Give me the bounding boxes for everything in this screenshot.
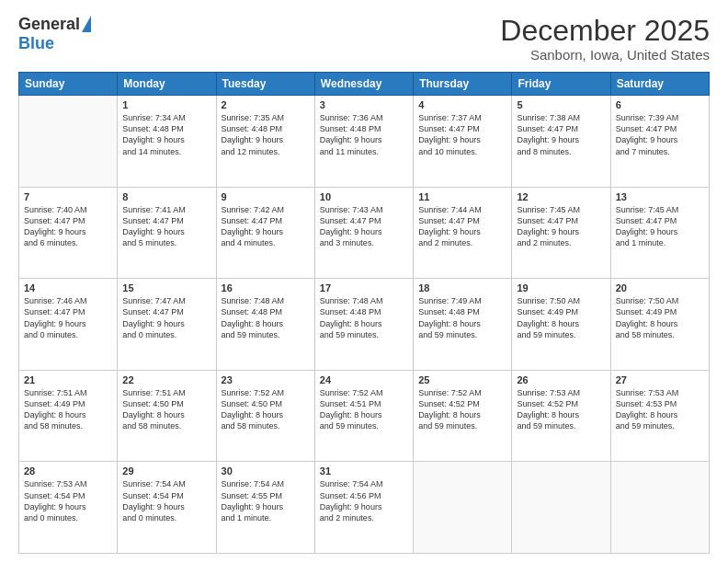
day-info: Sunrise: 7:54 AM Sunset: 4:55 PM Dayligh…: [222, 478, 310, 523]
day-info: Sunrise: 7:38 AM Sunset: 4:47 PM Dayligh…: [517, 112, 605, 157]
calendar-cell: [610, 462, 709, 554]
day-info: Sunrise: 7:45 AM Sunset: 4:47 PM Dayligh…: [517, 204, 605, 249]
day-info: Sunrise: 7:48 AM Sunset: 4:48 PM Dayligh…: [222, 295, 310, 340]
calendar-cell: 16Sunrise: 7:48 AM Sunset: 4:48 PM Dayli…: [216, 279, 314, 371]
day-number: 19: [517, 282, 605, 293]
calendar-cell: 26Sunrise: 7:53 AM Sunset: 4:52 PM Dayli…: [512, 370, 610, 462]
day-info: Sunrise: 7:51 AM Sunset: 4:49 PM Dayligh…: [24, 387, 112, 432]
logo-triangle-icon: [82, 16, 91, 32]
calendar-cell: 20Sunrise: 7:50 AM Sunset: 4:49 PM Dayli…: [610, 279, 709, 371]
day-number: 10: [320, 191, 408, 202]
day-number: 20: [616, 282, 704, 293]
calendar-cell: 28Sunrise: 7:53 AM Sunset: 4:54 PM Dayli…: [19, 462, 118, 554]
logo: General Blue: [18, 15, 91, 53]
day-info: Sunrise: 7:44 AM Sunset: 4:47 PM Dayligh…: [418, 204, 506, 249]
day-info: Sunrise: 7:42 AM Sunset: 4:47 PM Dayligh…: [222, 204, 310, 249]
calendar-week-0: 1Sunrise: 7:34 AM Sunset: 4:48 PM Daylig…: [19, 96, 710, 188]
day-info: Sunrise: 7:34 AM Sunset: 4:48 PM Dayligh…: [122, 112, 210, 157]
calendar-cell: 18Sunrise: 7:49 AM Sunset: 4:48 PM Dayli…: [414, 279, 512, 371]
calendar-cell: 6Sunrise: 7:39 AM Sunset: 4:47 PM Daylig…: [610, 96, 709, 188]
day-number: 24: [320, 374, 408, 385]
day-info: Sunrise: 7:40 AM Sunset: 4:47 PM Dayligh…: [24, 204, 112, 249]
calendar-cell: 27Sunrise: 7:53 AM Sunset: 4:53 PM Dayli…: [610, 370, 709, 462]
day-number: 5: [517, 99, 605, 110]
calendar-week-1: 7Sunrise: 7:40 AM Sunset: 4:47 PM Daylig…: [19, 187, 710, 279]
logo-general-text: General: [18, 15, 80, 34]
day-info: Sunrise: 7:35 AM Sunset: 4:48 PM Dayligh…: [222, 112, 310, 157]
day-info: Sunrise: 7:52 AM Sunset: 4:52 PM Dayligh…: [418, 387, 506, 432]
day-info: Sunrise: 7:51 AM Sunset: 4:50 PM Dayligh…: [122, 387, 210, 432]
month-title: December 2025: [500, 15, 710, 47]
day-info: Sunrise: 7:39 AM Sunset: 4:47 PM Dayligh…: [616, 112, 704, 157]
day-number: 1: [122, 99, 210, 110]
calendar-cell: 5Sunrise: 7:38 AM Sunset: 4:47 PM Daylig…: [512, 96, 610, 188]
calendar-cell: 17Sunrise: 7:48 AM Sunset: 4:48 PM Dayli…: [314, 279, 413, 371]
calendar-cell: 10Sunrise: 7:43 AM Sunset: 4:47 PM Dayli…: [314, 187, 413, 279]
calendar-cell: [19, 96, 118, 188]
calendar-week-2: 14Sunrise: 7:46 AM Sunset: 4:47 PM Dayli…: [19, 279, 710, 371]
day-number: 16: [222, 282, 310, 293]
calendar-cell: 2Sunrise: 7:35 AM Sunset: 4:48 PM Daylig…: [216, 96, 314, 188]
calendar-cell: 29Sunrise: 7:54 AM Sunset: 4:54 PM Dayli…: [118, 462, 216, 554]
calendar-cell: [512, 462, 610, 554]
calendar-cell: 1Sunrise: 7:34 AM Sunset: 4:48 PM Daylig…: [118, 96, 216, 188]
calendar-cell: 7Sunrise: 7:40 AM Sunset: 4:47 PM Daylig…: [19, 187, 118, 279]
header: General Blue December 2025 Sanborn, Iowa…: [18, 15, 710, 63]
calendar-cell: [414, 462, 512, 554]
day-header-saturday: Saturday: [610, 73, 709, 96]
calendar-cell: 9Sunrise: 7:42 AM Sunset: 4:47 PM Daylig…: [216, 187, 314, 279]
day-info: Sunrise: 7:52 AM Sunset: 4:51 PM Dayligh…: [320, 387, 408, 432]
logo-blue-text: Blue: [18, 34, 54, 53]
calendar-cell: 31Sunrise: 7:54 AM Sunset: 4:56 PM Dayli…: [314, 462, 413, 554]
day-number: 2: [222, 99, 310, 110]
day-number: 23: [222, 374, 310, 385]
title-block: December 2025 Sanborn, Iowa, United Stat…: [500, 15, 710, 63]
day-info: Sunrise: 7:41 AM Sunset: 4:47 PM Dayligh…: [122, 204, 210, 249]
day-header-monday: Monday: [118, 73, 216, 96]
day-info: Sunrise: 7:50 AM Sunset: 4:49 PM Dayligh…: [616, 295, 704, 340]
day-number: 28: [24, 465, 112, 477]
day-info: Sunrise: 7:54 AM Sunset: 4:54 PM Dayligh…: [122, 478, 210, 523]
day-number: 3: [320, 99, 408, 110]
day-number: 22: [122, 374, 210, 385]
day-number: 21: [24, 374, 112, 385]
day-number: 7: [24, 191, 112, 202]
day-number: 14: [24, 282, 112, 293]
day-info: Sunrise: 7:53 AM Sunset: 4:52 PM Dayligh…: [517, 387, 605, 432]
day-info: Sunrise: 7:47 AM Sunset: 4:47 PM Dayligh…: [122, 295, 210, 340]
calendar-cell: 11Sunrise: 7:44 AM Sunset: 4:47 PM Dayli…: [414, 187, 512, 279]
day-header-wednesday: Wednesday: [314, 73, 413, 96]
day-info: Sunrise: 7:36 AM Sunset: 4:48 PM Dayligh…: [320, 112, 408, 157]
day-number: 29: [122, 465, 210, 477]
day-info: Sunrise: 7:49 AM Sunset: 4:48 PM Dayligh…: [418, 295, 506, 340]
day-info: Sunrise: 7:46 AM Sunset: 4:47 PM Dayligh…: [24, 295, 112, 340]
day-header-sunday: Sunday: [19, 73, 118, 96]
day-number: 27: [616, 374, 704, 385]
day-number: 9: [222, 191, 310, 202]
calendar-cell: 3Sunrise: 7:36 AM Sunset: 4:48 PM Daylig…: [314, 96, 413, 188]
calendar-cell: 25Sunrise: 7:52 AM Sunset: 4:52 PM Dayli…: [414, 370, 512, 462]
day-header-tuesday: Tuesday: [216, 73, 314, 96]
day-number: 6: [616, 99, 704, 110]
calendar-cell: 24Sunrise: 7:52 AM Sunset: 4:51 PM Dayli…: [314, 370, 413, 462]
calendar-week-4: 28Sunrise: 7:53 AM Sunset: 4:54 PM Dayli…: [19, 462, 710, 554]
day-number: 25: [418, 374, 506, 385]
day-info: Sunrise: 7:37 AM Sunset: 4:47 PM Dayligh…: [418, 112, 506, 157]
day-info: Sunrise: 7:48 AM Sunset: 4:48 PM Dayligh…: [320, 295, 408, 340]
day-number: 4: [418, 99, 506, 110]
page: General Blue December 2025 Sanborn, Iowa…: [0, 0, 728, 563]
calendar-cell: 22Sunrise: 7:51 AM Sunset: 4:50 PM Dayli…: [118, 370, 216, 462]
calendar-header-row: SundayMondayTuesdayWednesdayThursdayFrid…: [19, 73, 710, 96]
calendar-cell: 13Sunrise: 7:45 AM Sunset: 4:47 PM Dayli…: [610, 187, 709, 279]
calendar-cell: 4Sunrise: 7:37 AM Sunset: 4:47 PM Daylig…: [414, 96, 512, 188]
day-number: 31: [320, 465, 408, 477]
day-info: Sunrise: 7:53 AM Sunset: 4:53 PM Dayligh…: [616, 387, 704, 432]
day-info: Sunrise: 7:50 AM Sunset: 4:49 PM Dayligh…: [517, 295, 605, 340]
calendar-cell: 21Sunrise: 7:51 AM Sunset: 4:49 PM Dayli…: [19, 370, 118, 462]
day-header-thursday: Thursday: [414, 73, 512, 96]
calendar-cell: 14Sunrise: 7:46 AM Sunset: 4:47 PM Dayli…: [19, 279, 118, 371]
day-number: 11: [418, 191, 506, 202]
day-number: 8: [122, 191, 210, 202]
location-subtitle: Sanborn, Iowa, United States: [500, 47, 710, 63]
day-number: 17: [320, 282, 408, 293]
